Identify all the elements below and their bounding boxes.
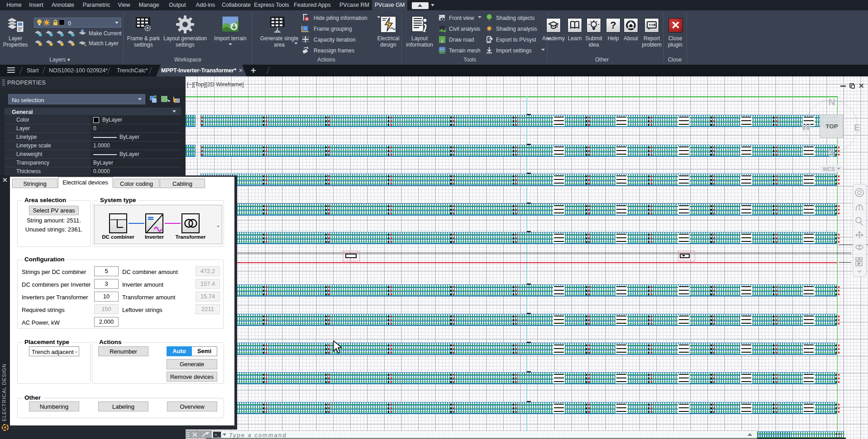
- svg-text:?: ?: [610, 20, 616, 31]
